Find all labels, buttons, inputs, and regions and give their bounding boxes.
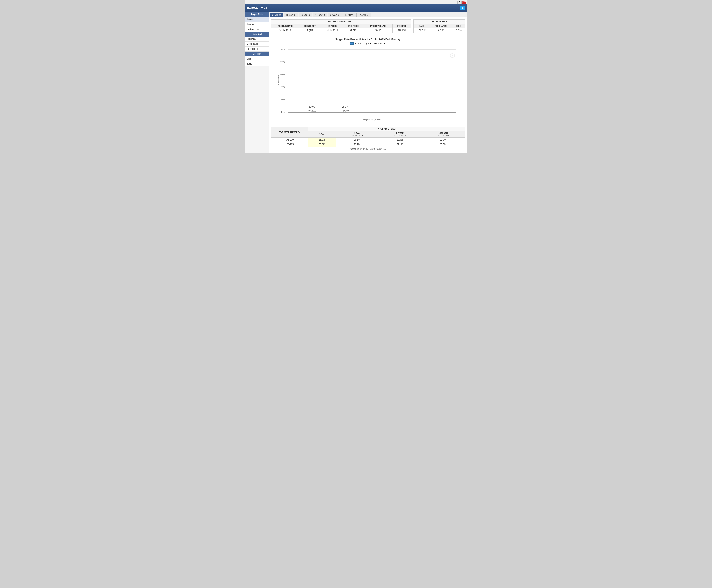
col-no-change: NO CHANGE [430,24,452,28]
chart-area: Target Rate Probabilities for 31 Jul 201… [269,35,467,125]
date-tab-3[interactable]: 11 Dec19 [313,13,327,17]
sidebar-section-historical[interactable]: Historical [245,32,269,37]
bar-group-0: 25.0 % 175-200 [302,106,321,112]
cell-no-change: 0.0 % [430,28,452,33]
now-0: 25.0% [308,138,336,142]
pdf-icon-button[interactable]: PDF [462,1,466,4]
meeting-info-header: MEETING INFORMATION [271,20,411,24]
chart-inner: 100 % 80 % 60 % 4 [288,49,456,112]
sidebar-item-compare[interactable]: Compare [245,22,269,27]
bars-row: 25.0 % 175-200 75.0 % 200-225 [288,49,456,112]
sidebar-section-target-rate[interactable]: Target Rate [245,12,269,17]
bar-0 [302,109,321,109]
info-tables-row: MEETING INFORMATION MEETING DATE CONTRAC… [271,19,465,33]
prob-table-row-1: 200-225 75.0% 73.9% 79.1% 67.7% [271,142,465,147]
col-hike: HIKE [452,24,465,28]
cell-ease: 100.0 % [414,28,430,33]
app-title: FedWatch Tool [247,7,267,10]
date-tab-5[interactable]: 18 Mar20 [342,13,357,17]
sidebar-item-historical[interactable]: Historical [245,37,269,42]
col-now: NOW* [308,131,336,138]
sidebar-section-dot-plot[interactable]: Dot Plot [245,51,269,56]
bar-1 [336,109,355,109]
chart-title: Target Rate Probabilities for 31 Jul 201… [273,38,463,41]
cell-contract: ZQN9 [299,28,321,33]
app-container: C PDF FedWatch Tool 𝕏 Target Rate Curren… [245,0,467,153]
grid-label-100: 100 % [279,48,285,50]
month1-1: 67.7% [421,142,465,147]
cell-expires: 31 Jul 2019 [321,28,343,33]
col-prior-oi: PRIOR OI [393,24,411,28]
legend-label: Current Target Rate of 225-250 [355,42,386,45]
probabilities-header: PROBABILITIES [414,20,465,24]
prob-table-row-0: 175-200 25.0% 26.1% 20.9% 32.3% [271,138,465,142]
col-contract: CONTRACT [299,24,321,28]
sidebar: Target Rate Current Compare Probabilitie… [245,12,269,153]
day1-1: 73.9% [336,142,378,147]
cell-meeting-date: 31 Jul 2019 [271,28,299,33]
chart-legend: Current Target Rate of 225-250 [273,42,463,45]
date-tabs: 31 Jul19 18 Sep19 30 Oct19 11 Dec19 29 J… [269,12,467,17]
date-tab-1[interactable]: 18 Sep19 [284,13,298,17]
now-1: 75.0% [308,142,336,147]
col-prior-volume: PRIOR VOLUME [364,24,393,28]
sidebar-item-prior-hikes[interactable]: Prior Hikes [245,46,269,51]
sidebar-item-table[interactable]: Table [245,61,269,66]
meeting-info-row: 31 Jul 2019 ZQN9 31 Jul 2019 97.5963 5,6… [271,28,411,33]
main-layout: Target Rate Current Compare Probabilitie… [245,12,467,153]
info-section: MEETING INFORMATION MEETING DATE CONTRAC… [269,17,467,35]
grid-label-60: 60 % [280,74,285,76]
grid-label-40: 40 % [280,86,285,88]
rate-0: 175-200 [271,138,308,142]
col-1week: 1 WEEK23 JUL 2019 [378,131,421,138]
col-1day: 1 DAY29 JUL 2019 [336,131,378,138]
c-icon-button[interactable]: C [457,1,461,4]
x-axis-title: Target Rate (in bps) [288,119,456,121]
bar-value-label-0: 25.0 % [309,106,315,108]
y-axis-label: Probability [277,75,279,85]
col-1month: 1 MONTH28 JUN 2019 [421,131,465,138]
date-tab-4[interactable]: 29 Jan20 [328,13,342,17]
grid-label-0: 0 % [281,111,285,113]
bottom-prob-table: TARGET RATE (BPS) PROBABILITY(%) NOW* 1 … [271,127,465,151]
top-icons-bar: C PDF [245,0,467,4]
week1-1: 79.1% [378,142,421,147]
month1-0: 32.3% [421,138,465,142]
bar-group-1: 75.0 % 200-225 [336,106,355,112]
legend-icon [350,42,354,45]
bar-x-label-0: 175-200 [308,110,316,112]
bar-value-label-1: 75.0 % [342,106,349,108]
col-ease: EASE [414,24,430,28]
meeting-info-table: MEETING INFORMATION MEETING DATE CONTRAC… [271,19,412,33]
footnote-row: * Data as of 30 Jul 2019 07:38:32 CT [271,147,465,151]
date-tab-6[interactable]: 29 Apr20 [357,13,371,17]
cell-prior-volume: 5,600 [364,28,393,33]
date-tab-2[interactable]: 30 Oct19 [298,13,312,17]
content-area: 31 Jul19 18 Sep19 30 Oct19 11 Dec19 29 J… [269,12,467,153]
app-header: FedWatch Tool 𝕏 [245,4,467,12]
col-meeting-date: MEETING DATE [271,24,299,28]
col-expires: EXPIRES [321,24,343,28]
cell-mid-price: 97.5963 [343,28,364,33]
footnote: * Data as of 30 Jul 2019 07:38:32 CT [271,147,465,151]
cell-prior-oi: 298,951 [393,28,411,33]
sidebar-item-downloads[interactable]: Downloads [245,42,269,46]
grid-label-20: 20 % [280,99,285,101]
probabilities-table: PROBABILITIES EASE NO CHANGE HIKE [413,19,465,33]
sidebar-item-current[interactable]: Current [245,17,269,22]
cell-hike: 0.0 % [452,28,465,33]
y-axis-label-container: Probability [276,48,280,112]
sidebar-item-chart[interactable]: Chart [245,56,269,61]
bar-chart: ⚙ Probability 100 % [276,48,460,122]
sidebar-item-probabilities[interactable]: Probabilities [245,27,269,32]
col-mid-price: MID PRICE [343,24,364,28]
probability-pct-header: PROBABILITY(%) [308,127,465,131]
grid-label-80: 80 % [280,61,285,63]
day1-0: 26.1% [336,138,378,142]
prob-table-section: TARGET RATE (BPS) PROBABILITY(%) NOW* 1 … [269,125,467,153]
rate-1: 200-225 [271,142,308,147]
twitter-icon[interactable]: 𝕏 [460,6,465,10]
week1-0: 20.9% [378,138,421,142]
date-tab-0[interactable]: 31 Jul19 [270,13,283,17]
prob-row: 100.0 % 0.0 % 0.0 % [414,28,465,33]
